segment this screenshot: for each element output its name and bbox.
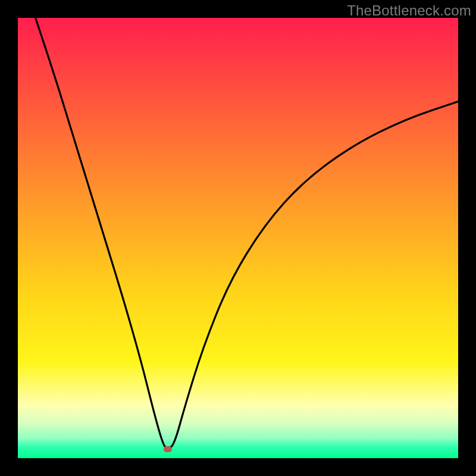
plot-area: [18, 18, 458, 458]
chart-frame: TheBottleneck.com: [0, 0, 476, 476]
minimum-marker: [164, 446, 172, 452]
bottleneck-curve: [18, 18, 458, 458]
attribution-label: TheBottleneck.com: [347, 2, 471, 19]
